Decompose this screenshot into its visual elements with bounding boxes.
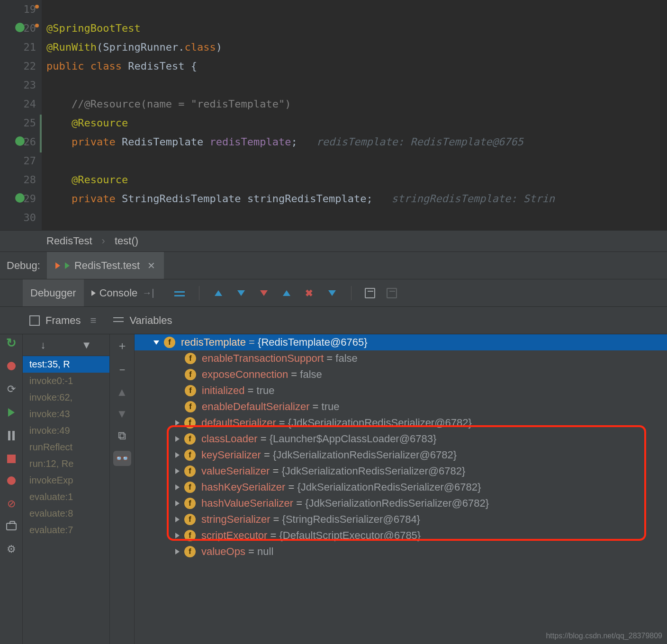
field-icon: f <box>184 433 196 445</box>
variable-row[interactable]: fexposeConnection = false <box>135 367 667 383</box>
field-icon: f <box>184 546 196 557</box>
new-watch-icon[interactable]: ＋ <box>117 338 128 353</box>
inlay-hint: redisTemplate: RedisTemplate@6765 <box>316 136 523 148</box>
run-gutter-icon[interactable] <box>15 136 25 146</box>
mute-breakpoints-icon[interactable]: ⟳ <box>6 384 17 395</box>
breadcrumb-item[interactable]: RedisTest <box>46 235 92 247</box>
tab-debugger[interactable]: Debugger <box>23 279 84 306</box>
variable-row[interactable]: fdefaultSerializer = {JdkSerializationRe… <box>135 415 667 431</box>
rerun-icon <box>55 262 60 269</box>
frame-row[interactable]: runReflect <box>23 439 109 456</box>
code-editor[interactable]: 19 20 21 22 23 24 25 26 27 28 29 30 @Spr… <box>0 0 667 230</box>
run-gutter-icon[interactable] <box>15 193 25 203</box>
variable-row[interactable]: fstringSerializer = {StringRedisSerializ… <box>135 511 667 528</box>
expand-icon[interactable] <box>175 468 180 474</box>
step-into-icon[interactable] <box>235 287 247 299</box>
field-icon: f <box>184 417 196 429</box>
down-icon[interactable]: ▼ <box>117 407 128 420</box>
variable-row[interactable]: fhashKeySerializer = {JdkSerializationRe… <box>135 479 667 495</box>
breadcrumb-separator: › <box>102 235 105 247</box>
frame-row[interactable]: test:35, R <box>23 356 109 373</box>
drop-frame-icon[interactable]: ✖ <box>304 287 315 299</box>
expand-icon[interactable] <box>175 484 180 490</box>
variable-row[interactable]: fclassLoader = {Launcher$AppClassLoader@… <box>135 431 667 447</box>
frames-options-icon[interactable]: ≡ <box>90 314 97 327</box>
breadcrumb[interactable]: RedisTest › test() <box>0 230 667 252</box>
frame-row[interactable]: run:12, Re <box>23 456 109 472</box>
frame-row[interactable]: invoke:43 <box>23 406 109 422</box>
evaluate-expression-icon[interactable] <box>365 288 375 298</box>
view-breakpoints-icon[interactable] <box>7 476 16 485</box>
variable-row[interactable]: fscriptExecutor = {DefaultScriptExecutor… <box>135 528 667 544</box>
up-icon[interactable]: ▲ <box>117 385 128 399</box>
stop-icon[interactable] <box>7 455 16 463</box>
pause-icon[interactable] <box>6 430 17 441</box>
debug-session-tab[interactable]: RedisTest.test ✕ <box>47 252 164 279</box>
variables-pane[interactable]: f redisTemplate = {RedisTemplate@6765} f… <box>135 334 667 644</box>
expand-icon[interactable] <box>175 549 180 555</box>
frame-row[interactable]: invokeExp <box>23 472 109 489</box>
show-execution-point-icon[interactable] <box>174 287 186 299</box>
comment: //@Resource(name = "redisTemplate") <box>72 98 291 110</box>
remove-watch-icon[interactable]: － <box>117 362 128 377</box>
trace-icon[interactable] <box>387 288 397 298</box>
prev-frame-icon[interactable]: ↓ <box>41 339 46 351</box>
frame-row[interactable]: invoke0:-1 <box>23 373 109 389</box>
expand-icon[interactable] <box>175 501 180 506</box>
expand-icon[interactable] <box>175 436 180 442</box>
watches-view-icon[interactable]: 👓 <box>113 451 131 466</box>
frames-pane[interactable]: ↓ ▼ test:35, R invoke0:-1 invoke:62, inv… <box>23 334 110 644</box>
variable-row[interactable]: finitialized = true <box>135 383 667 399</box>
restart-icon[interactable]: ↻ <box>6 337 17 349</box>
separator <box>199 286 199 300</box>
resume-icon[interactable] <box>8 408 15 417</box>
line-no: 30 <box>0 208 36 227</box>
frame-row[interactable]: evaluate:7 <box>23 522 109 538</box>
variable-row[interactable]: fvalueSerializer = {JdkSerializationRedi… <box>135 463 667 479</box>
line-no: 19 <box>0 0 36 19</box>
variable-root[interactable]: f redisTemplate = {RedisTemplate@6765} <box>135 334 667 350</box>
annotation-gutter-icon <box>35 5 39 9</box>
frame-row[interactable]: evaluate:8 <box>23 505 109 522</box>
field-icon: f <box>184 530 196 541</box>
tab-console[interactable]: Console →| <box>84 279 162 306</box>
field-icon: f <box>185 353 196 364</box>
variable-row[interactable]: fvalueOps = null <box>135 544 667 560</box>
field-icon: f <box>164 337 175 348</box>
force-step-into-icon[interactable] <box>258 287 270 299</box>
step-out-icon[interactable] <box>281 287 292 299</box>
run-to-cursor-icon[interactable] <box>326 287 338 299</box>
variable-row[interactable]: fenableTransactionSupport = false <box>135 350 667 367</box>
copy-icon[interactable]: ⧉ <box>118 429 126 442</box>
variable-row[interactable]: fkeySerializer = {JdkSerializationRedisS… <box>135 447 667 463</box>
expand-icon[interactable] <box>175 452 180 458</box>
code-content[interactable]: @SpringBootTest @RunWith(SpringRunner.cl… <box>42 0 555 230</box>
run-gutter-icon[interactable] <box>15 23 25 32</box>
step-over-icon[interactable] <box>213 287 224 299</box>
expand-icon[interactable] <box>175 517 180 522</box>
breadcrumb-item[interactable]: test() <box>115 235 138 247</box>
settings-icon[interactable]: ⚙ <box>6 544 17 555</box>
frames-header[interactable]: Frames ≡ <box>23 307 103 334</box>
filter-icon[interactable]: ▼ <box>81 339 92 351</box>
variable-row[interactable]: fhashValueSerializer = {JdkSerialization… <box>135 495 667 511</box>
mute-icon[interactable]: ⊘ <box>6 498 17 510</box>
frame-row[interactable]: invoke:49 <box>23 422 109 439</box>
field-icon: f <box>185 369 196 380</box>
breakpoint-hit-icon[interactable] <box>7 362 16 370</box>
inlay-hint: stringRedisTemplate: Strin <box>392 193 555 205</box>
separator <box>351 286 352 300</box>
variables-header[interactable]: Variables <box>107 307 179 334</box>
expand-icon[interactable] <box>175 420 180 426</box>
expand-icon[interactable] <box>153 340 159 345</box>
variable-row[interactable]: fenableDefaultSerializer = true <box>135 399 667 415</box>
frames-label: Frames <box>45 314 81 327</box>
close-icon[interactable]: ✕ <box>147 260 155 271</box>
camera-icon[interactable] <box>6 523 17 530</box>
frame-row[interactable]: evaluate:1 <box>23 489 109 505</box>
expand-icon[interactable] <box>175 533 180 538</box>
tab-label: Console <box>99 287 138 299</box>
field-icon: f <box>184 465 196 477</box>
frame-row[interactable]: invoke:62, <box>23 389 109 406</box>
field-icon: f <box>184 449 196 461</box>
